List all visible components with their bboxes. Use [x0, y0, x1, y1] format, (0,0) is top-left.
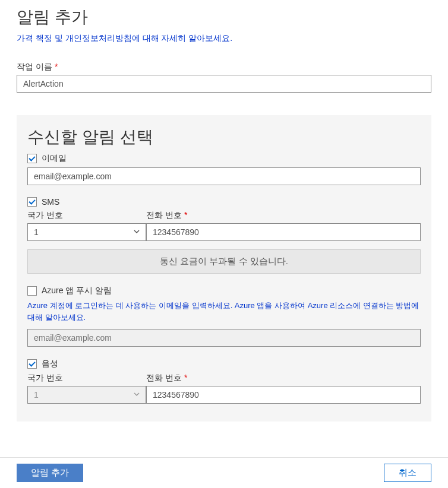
sms-section: SMS 국가 번호 전화 번호*: [27, 197, 421, 274]
azure-push-help[interactable]: Azure 계정에 로그인하는 데 사용하는 이메일을 입력하세요. Azure…: [27, 300, 421, 323]
azure-push-section: Azure 앱 푸시 알림 Azure 계정에 로그인하는 데 사용하는 이메일…: [27, 286, 421, 347]
footer: 알림 추가 취소: [0, 457, 448, 488]
required-mark: *: [184, 210, 187, 220]
voice-checkbox[interactable]: [27, 359, 37, 369]
required-mark: *: [184, 373, 187, 382]
action-name-input[interactable]: [17, 75, 431, 93]
add-notification-button[interactable]: 알림 추가: [17, 464, 83, 482]
voice-country-select: [27, 386, 146, 404]
voice-country-label: 국가 번호: [27, 373, 146, 384]
voice-phone-input[interactable]: [146, 386, 421, 404]
cancel-button[interactable]: 취소: [384, 464, 431, 482]
email-section: 이메일: [27, 153, 421, 185]
sms-label: SMS: [42, 197, 59, 207]
sms-phone-input[interactable]: [146, 223, 421, 241]
sms-country-select[interactable]: [27, 223, 146, 241]
notifications-panel: 수신할 알림 선택 이메일 SMS 국가 번호 전화 번호*: [17, 115, 431, 422]
azure-push-checkbox[interactable]: [27, 286, 37, 296]
email-label: 이메일: [42, 153, 67, 164]
email-checkbox[interactable]: [27, 154, 37, 163]
panel-title: 수신할 알림 선택: [27, 126, 421, 148]
azure-push-email-input: [27, 329, 421, 347]
voice-label: 음성: [42, 359, 58, 369]
pricing-privacy-link[interactable]: 가격 책정 및 개인정보처리방침에 대해 자세히 알아보세요.: [17, 33, 431, 44]
email-input[interactable]: [27, 167, 421, 185]
voice-section: 음성 국가 번호 전화 번호*: [27, 359, 421, 404]
sms-phone-label: 전화 번호*: [146, 210, 187, 221]
sms-country-label: 국가 번호: [27, 210, 146, 221]
required-mark: *: [55, 62, 58, 71]
azure-push-label: Azure 앱 푸시 알림: [42, 286, 112, 296]
page-title: 알림 추가: [17, 6, 431, 28]
voice-phone-label: 전화 번호*: [146, 373, 187, 384]
sms-checkbox[interactable]: [27, 197, 37, 207]
sms-warning: 통신 요금이 부과될 수 있습니다.: [27, 249, 421, 274]
action-name-label: 작업 이름*: [17, 62, 431, 72]
